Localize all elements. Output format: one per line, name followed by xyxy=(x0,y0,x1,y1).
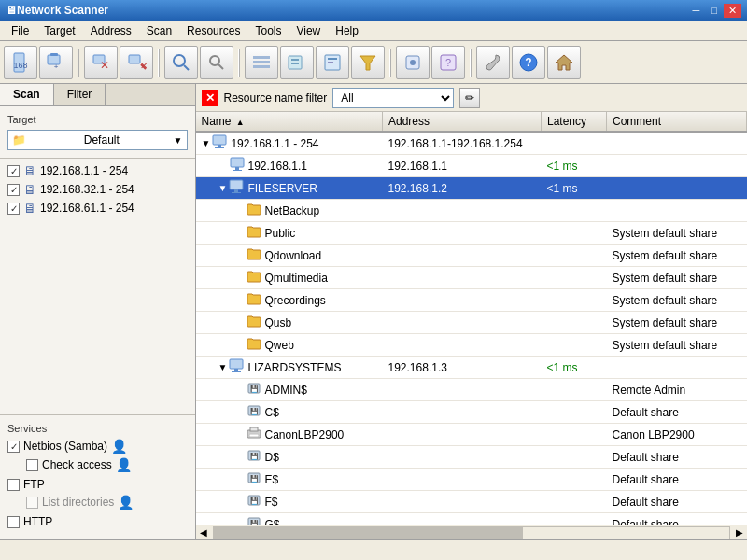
menu-tools[interactable]: Tools xyxy=(247,22,289,39)
filter-select[interactable]: All Computers Shares Printers xyxy=(332,88,454,108)
menu-resources[interactable]: Resources xyxy=(179,22,247,39)
table-row[interactable]: 💾ADMIN$Remote Admin xyxy=(196,379,747,401)
wrench-button[interactable] xyxy=(476,46,510,79)
table-row[interactable]: 💾C$Default share xyxy=(196,401,747,424)
open-button[interactable]: + xyxy=(39,46,73,79)
close-button[interactable]: ✕ xyxy=(724,4,741,18)
menu-bar: File Target Address Scan Resources Tools… xyxy=(0,21,747,41)
comment-cell: System default share xyxy=(607,289,747,312)
table-row[interactable]: 💾G$Default share xyxy=(196,513,747,525)
scan2-button[interactable] xyxy=(200,46,233,79)
filter-btn[interactable] xyxy=(351,46,385,79)
delete-button[interactable]: ✕ xyxy=(84,46,118,79)
tab-scan[interactable]: Scan xyxy=(0,84,54,105)
latency-cell: <1 ms xyxy=(542,155,607,177)
h-scroll-thumb[interactable] xyxy=(214,527,524,539)
expand-icon[interactable]: ▼ xyxy=(202,138,211,148)
col-latency[interactable]: Latency xyxy=(542,112,607,132)
h-scroll-left[interactable]: ◀ xyxy=(196,527,211,538)
ip-item-0: 🖥 192.168.1.1 - 254 xyxy=(7,163,188,178)
http-checkbox[interactable] xyxy=(7,516,20,528)
minimize-button[interactable]: ─ xyxy=(688,4,705,18)
table-row[interactable]: QrecordingsSystem default share xyxy=(196,289,747,312)
h-scroll-track[interactable] xyxy=(213,526,731,539)
expand-icon[interactable]: ▼ xyxy=(218,183,228,193)
filter-edit-button[interactable]: ✏ xyxy=(459,88,480,108)
comment-cell: System default share xyxy=(607,334,747,357)
filter-clear-button[interactable]: ✕ xyxy=(202,90,218,106)
help-button[interactable]: ? xyxy=(512,46,545,79)
latency-cell xyxy=(542,245,607,267)
folder-icon xyxy=(247,224,261,242)
col-address[interactable]: Address xyxy=(383,112,542,132)
check-access-checkbox[interactable] xyxy=(26,459,38,471)
properties-button[interactable] xyxy=(316,46,349,79)
title-controls: ─ □ ✕ xyxy=(688,4,741,18)
tools-btn2[interactable]: ? xyxy=(431,46,465,79)
svg-text:?: ? xyxy=(445,57,451,68)
latency-cell xyxy=(542,424,607,446)
dropdown-value: Default xyxy=(84,133,120,147)
address-cell: 192.168.1.1-192.168.1.254 xyxy=(383,132,542,155)
table-row[interactable]: QmultimediaSystem default share xyxy=(196,267,747,289)
tools-btn1[interactable] xyxy=(396,46,430,79)
latency-cell xyxy=(542,513,607,525)
menu-scan[interactable]: Scan xyxy=(139,22,179,39)
menu-help[interactable]: Help xyxy=(328,22,366,39)
target-dropdown[interactable]: 📁 Default ▼ xyxy=(7,130,188,150)
ftp-checkbox[interactable] xyxy=(7,479,20,491)
maximize-button[interactable]: □ xyxy=(706,4,722,18)
horizontal-scrollbar[interactable]: ◀ ▶ xyxy=(196,525,748,539)
remove-button[interactable]: ✕ xyxy=(120,46,153,79)
table-row[interactable]: 192.168.1.1192.168.1.1<1 ms xyxy=(196,155,747,177)
address-cell xyxy=(383,222,542,245)
expand-icon[interactable]: ▼ xyxy=(218,362,228,372)
table-row[interactable]: 💾D$Default share xyxy=(196,446,747,469)
table-row[interactable]: ▼192.168.1.1 - 254192.168.1.1-192.168.1.… xyxy=(196,132,747,155)
scan-button[interactable] xyxy=(164,46,198,79)
list-dirs-checkbox[interactable] xyxy=(26,497,38,509)
table-row[interactable]: 💾E$Default share xyxy=(196,469,747,491)
ip-checkbox-0[interactable] xyxy=(7,165,20,177)
table-row[interactable]: QwebSystem default share xyxy=(196,334,747,357)
list-button[interactable] xyxy=(245,46,278,79)
title-bar: 🖥 Network Scanner ─ □ ✕ xyxy=(0,0,747,21)
table-row[interactable]: QdownloadSystem default share xyxy=(196,245,747,267)
col-name[interactable]: Name ▲ xyxy=(196,112,383,132)
comment-cell xyxy=(607,200,747,222)
export-button[interactable] xyxy=(280,46,314,79)
dropdown-arrow: ▼ xyxy=(174,135,183,146)
row-name-text: FILESERVER xyxy=(247,182,317,195)
table-row[interactable]: QusbSystem default share xyxy=(196,312,747,334)
table-container[interactable]: Name ▲ Address Latency Comment ▼192.168.… xyxy=(196,112,748,525)
latency-cell xyxy=(542,312,607,334)
latency-cell xyxy=(542,401,607,424)
comment-cell xyxy=(607,155,747,177)
menu-target[interactable]: Target xyxy=(36,22,82,39)
table-row[interactable]: PublicSystem default share xyxy=(196,222,747,245)
comment-cell: Default share xyxy=(607,469,747,491)
menu-view[interactable]: View xyxy=(289,22,328,39)
title-icon: 🖥 xyxy=(6,4,17,17)
home-button[interactable] xyxy=(547,46,581,79)
col-comment[interactable]: Comment xyxy=(607,112,747,132)
menu-address[interactable]: Address xyxy=(83,22,139,39)
table-row[interactable]: 💾F$Default share xyxy=(196,491,747,513)
svg-rect-15 xyxy=(253,61,270,63)
new-button[interactable]: 168 xyxy=(4,46,37,79)
ip-item-1: 🖥 192.168.32.1 - 254 xyxy=(7,182,188,197)
tab-filter[interactable]: Filter xyxy=(54,84,106,105)
ip-checkbox-1[interactable] xyxy=(7,184,20,196)
table-row[interactable]: NetBackup xyxy=(196,200,747,222)
name-cell: Qrecordings xyxy=(202,291,377,309)
table-row[interactable]: ▼LIZARDSYSTEMS192.168.1.3<1 ms xyxy=(196,357,747,379)
h-scroll-right[interactable]: ▶ xyxy=(732,527,747,538)
netbios-checkbox[interactable] xyxy=(7,441,20,453)
table-row[interactable]: ▼FILESERVER192.168.1.2<1 ms xyxy=(196,177,747,200)
svg-point-25 xyxy=(410,60,416,65)
table-row[interactable]: CanonLBP2900Canon LBP2900 xyxy=(196,424,747,446)
latency-cell: <1 ms xyxy=(542,177,607,200)
ip-checkbox-2[interactable] xyxy=(7,203,20,215)
menu-file[interactable]: File xyxy=(4,22,36,39)
share-icon: 💾 xyxy=(247,448,261,466)
